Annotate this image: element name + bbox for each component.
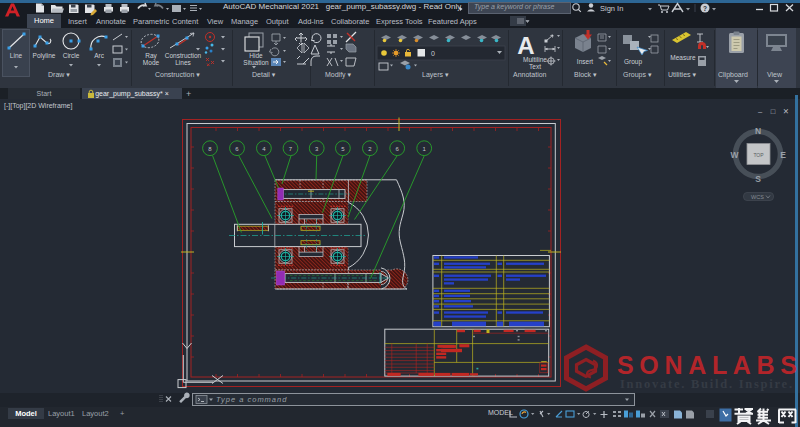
svg-text:W: W: [730, 150, 739, 160]
svg-text:8: 8: [208, 146, 212, 152]
svg-text:A: A: [517, 32, 534, 59]
svg-text:2: 2: [368, 146, 372, 152]
svg-text:N: N: [755, 126, 761, 136]
svg-text:0: 0: [431, 50, 435, 57]
svg-text:4: 4: [262, 146, 266, 152]
svg-text:?: ?: [703, 5, 707, 12]
svg-text:TOP: TOP: [753, 152, 764, 158]
svg-text:✕: ✕: [783, 107, 789, 116]
svg-text:E: E: [780, 150, 786, 160]
svg-text:WCS: WCS: [751, 194, 764, 200]
svg-text:3: 3: [315, 146, 319, 152]
svg-text:5: 5: [341, 146, 345, 152]
svg-text:6: 6: [235, 146, 239, 152]
svg-text:7: 7: [289, 146, 293, 152]
svg-text:S: S: [755, 174, 761, 184]
svg-text:Innovate. Build. Inspire.: Innovate. Build. Inspire.: [620, 377, 792, 391]
svg-text:1: 1: [423, 146, 427, 152]
svg-text:SONALABS: SONALABS: [617, 351, 797, 379]
svg-text:–: –: [758, 107, 763, 116]
svg-text:□: □: [771, 107, 776, 116]
svg-text:6: 6: [396, 146, 400, 152]
